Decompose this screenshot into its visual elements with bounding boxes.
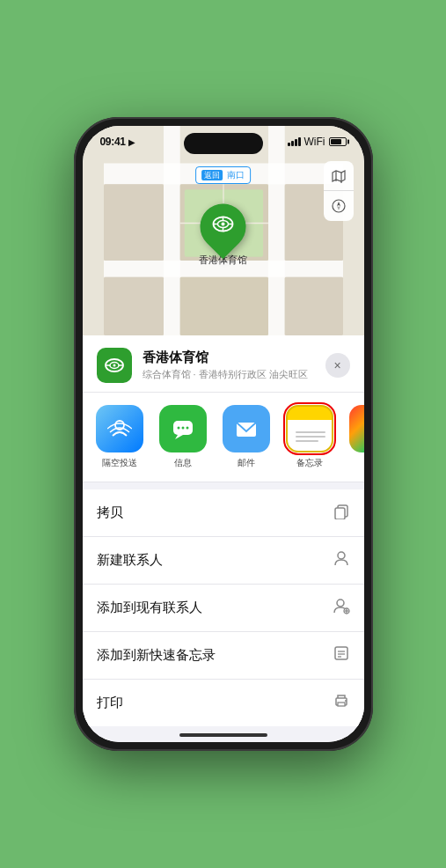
svg-rect-10 xyxy=(284,277,342,335)
svg-point-36 xyxy=(186,427,188,430)
pin-inner xyxy=(212,212,235,240)
pin-circle xyxy=(191,194,256,259)
compass-button[interactable] xyxy=(324,191,354,221)
signal-bar-2 xyxy=(291,141,294,146)
svg-rect-9 xyxy=(179,277,267,335)
map-area: 返回 南口 xyxy=(83,126,364,335)
map-type-button[interactable] xyxy=(324,161,354,191)
svg-point-54 xyxy=(345,700,347,702)
svg-marker-18 xyxy=(337,206,340,210)
wifi-icon: WiFi xyxy=(304,136,325,148)
print-icon xyxy=(333,692,350,714)
home-indicator-area xyxy=(83,726,364,742)
notes-icon-box xyxy=(286,405,333,452)
share-row: 隔空投送 信息 xyxy=(83,393,364,482)
action-row-copy[interactable]: 拷贝 xyxy=(83,489,364,537)
battery-fill xyxy=(331,139,342,144)
venue-name: 香港体育馆 xyxy=(143,349,315,366)
map-label-text: 南口 xyxy=(227,170,245,180)
map-controls xyxy=(324,161,354,221)
svg-marker-17 xyxy=(337,202,340,206)
copy-label: 拷贝 xyxy=(97,504,123,521)
signal-bars xyxy=(288,137,301,146)
new-contact-icon xyxy=(333,549,350,571)
venue-icon xyxy=(97,348,132,383)
venue-info: 香港体育馆 综合体育馆 · 香港特别行政区 油尖旺区 xyxy=(143,349,315,381)
svg-point-43 xyxy=(338,552,345,559)
mail-label: 邮件 xyxy=(238,457,255,469)
signal-bar-3 xyxy=(295,139,297,146)
action-row-print[interactable]: 打印 xyxy=(83,680,364,726)
dynamic-island xyxy=(184,133,263,154)
svg-point-44 xyxy=(337,600,344,607)
venue-desc: 综合体育馆 · 香港特别行政区 油尖旺区 xyxy=(143,368,315,381)
action-row-add-existing-contact[interactable]: 添加到现有联系人 xyxy=(83,585,364,632)
status-icons: WiFi xyxy=(288,136,347,148)
add-existing-contact-icon xyxy=(333,597,350,619)
action-row-new-contact[interactable]: 新建联系人 xyxy=(83,537,364,585)
map-label: 返回 南口 xyxy=(195,166,252,184)
action-list: 拷贝 新建联系人 添加到现有联系人 xyxy=(83,489,364,726)
mail-icon-box xyxy=(223,405,270,452)
add-quick-note-label: 添加到新快速备忘录 xyxy=(97,647,216,664)
notes-line-1 xyxy=(296,431,325,433)
svg-marker-33 xyxy=(175,435,183,439)
svg-point-34 xyxy=(177,427,179,430)
svg-rect-8 xyxy=(104,277,164,335)
add-quick-note-icon xyxy=(333,644,350,666)
signal-bar-1 xyxy=(288,143,290,146)
notes-line-3 xyxy=(296,440,318,442)
status-time: 09:41 xyxy=(100,136,126,148)
stadium-pin: 香港体育馆 xyxy=(199,203,247,266)
share-item-messages[interactable]: 信息 xyxy=(155,405,211,469)
svg-rect-3 xyxy=(164,126,180,335)
messages-label: 信息 xyxy=(174,457,192,469)
more-icon-box xyxy=(349,405,364,452)
share-item-more[interactable]: 推 xyxy=(345,405,364,469)
svg-rect-5 xyxy=(104,184,164,261)
bottom-sheet: 香港体育馆 综合体育馆 · 香港特别行政区 油尖旺区 × xyxy=(83,335,364,742)
label-badge: 返回 xyxy=(201,170,223,180)
share-item-airdrop[interactable]: 隔空投送 xyxy=(91,405,148,469)
notes-lines xyxy=(289,426,331,447)
location-icon: ▶ xyxy=(128,137,135,147)
print-label: 打印 xyxy=(97,695,123,711)
phone-frame: 09:41 ▶ WiFi xyxy=(74,117,373,751)
notes-label: 备忘录 xyxy=(296,457,323,469)
svg-rect-48 xyxy=(335,647,347,659)
svg-rect-53 xyxy=(338,702,345,706)
add-existing-contact-label: 添加到现有联系人 xyxy=(97,600,202,616)
battery-icon xyxy=(329,137,347,146)
notes-line-2 xyxy=(296,436,325,438)
messages-icon-box xyxy=(159,405,207,452)
airdrop-label: 隔空投送 xyxy=(102,457,137,469)
share-item-notes[interactable]: 备忘录 xyxy=(281,405,338,469)
svg-point-35 xyxy=(181,427,184,430)
signal-bar-4 xyxy=(298,137,301,146)
new-contact-label: 新建联系人 xyxy=(97,552,163,569)
svg-rect-4 xyxy=(268,126,285,335)
svg-rect-42 xyxy=(335,508,345,519)
copy-icon xyxy=(333,502,350,524)
close-button[interactable]: × xyxy=(325,353,350,378)
svg-point-25 xyxy=(222,222,225,225)
airdrop-icon-box xyxy=(96,405,143,452)
share-item-mail[interactable]: 邮件 xyxy=(218,405,274,469)
action-row-add-quick-note[interactable]: 添加到新快速备忘录 xyxy=(83,632,364,680)
home-indicator xyxy=(179,733,267,737)
svg-point-30 xyxy=(113,364,115,367)
phone-screen: 09:41 ▶ WiFi xyxy=(83,126,364,742)
sheet-header: 香港体育馆 综合体育馆 · 香港特别行政区 油尖旺区 × xyxy=(83,335,364,393)
